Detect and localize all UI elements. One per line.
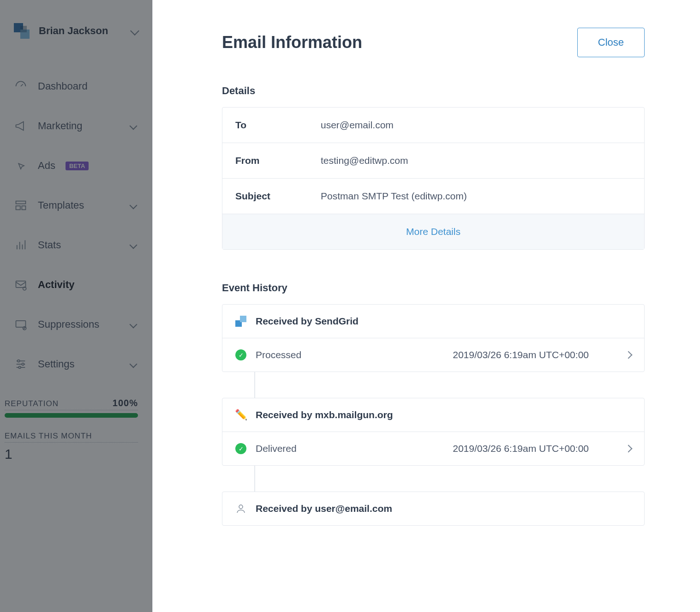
detail-value: testing@editwp.com [321, 155, 408, 166]
event-history-label: Event History [222, 282, 645, 294]
event-title: Received by mxb.mailgun.org [256, 409, 393, 420]
more-details-link[interactable]: More Details [222, 214, 644, 249]
detail-value: Postman SMTP Test (editwp.com) [321, 191, 467, 202]
event-head: Received by SendGrid [222, 305, 644, 338]
details-section-label: Details [222, 85, 645, 97]
event-head: Received by user@email.com [222, 492, 644, 525]
event-head: ✏️ Received by mxb.mailgun.org [222, 398, 644, 432]
check-icon: ✓ [235, 443, 246, 454]
modal-scrim[interactable] [0, 0, 152, 612]
detail-label: From [235, 155, 321, 166]
event-block-mailgun: ✏️ Received by mxb.mailgun.org ✓ Deliver… [222, 398, 645, 466]
event-block-recipient: Received by user@email.com [222, 492, 645, 526]
event-title: Received by user@email.com [256, 503, 392, 514]
check-icon: ✓ [235, 349, 246, 360]
detail-row-to: To user@email.com [222, 108, 644, 143]
event-connector [254, 372, 255, 398]
detail-row-subject: Subject Postman SMTP Test (editwp.com) [222, 179, 644, 214]
event-time: 2019/03/26 6:19am UTC+00:00 [453, 349, 589, 360]
event-status: Delivered [256, 443, 297, 454]
email-info-panel: Email Information Close Details To user@… [152, 0, 700, 612]
details-table: To user@email.com From testing@editwp.co… [222, 107, 645, 250]
event-connector [254, 466, 255, 492]
event-status: Processed [256, 349, 301, 360]
person-icon [235, 503, 246, 514]
detail-label: Subject [235, 191, 321, 202]
detail-label: To [235, 120, 321, 131]
event-row[interactable]: ✓ Processed 2019/03/26 6:19am UTC+00:00 [222, 338, 644, 372]
event-time: 2019/03/26 6:19am UTC+00:00 [453, 443, 589, 454]
svg-point-10 [239, 505, 243, 509]
chevron-right-icon [625, 445, 633, 453]
detail-value: user@email.com [321, 120, 394, 131]
chevron-right-icon [625, 351, 633, 359]
panel-title: Email Information [222, 33, 362, 52]
event-block-sendgrid: Received by SendGrid ✓ Processed 2019/03… [222, 304, 645, 372]
sendgrid-icon [235, 316, 246, 327]
pencil-icon: ✏️ [235, 409, 246, 420]
close-button[interactable]: Close [577, 28, 645, 57]
event-row[interactable]: ✓ Delivered 2019/03/26 6:19am UTC+00:00 [222, 432, 644, 465]
detail-row-from: From testing@editwp.com [222, 143, 644, 179]
event-title: Received by SendGrid [256, 316, 359, 327]
